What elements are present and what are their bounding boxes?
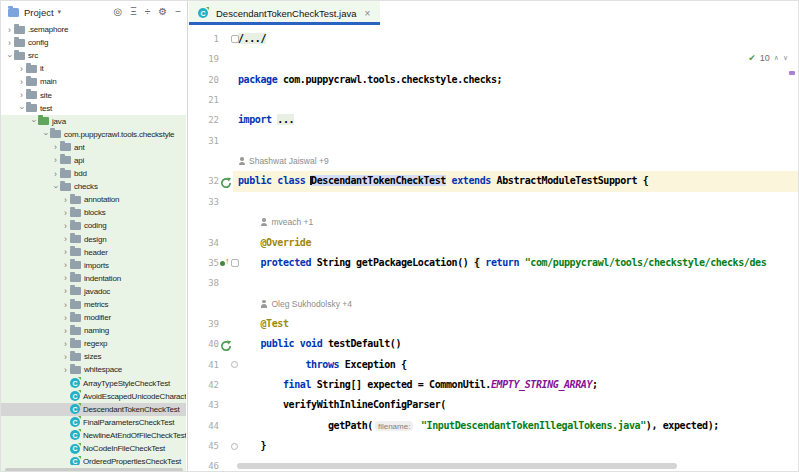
chevron-collapsed-icon[interactable]: › — [61, 195, 70, 205]
code-line-43[interactable]: 43 verifyWithInlineConfigParser( — [189, 395, 798, 415]
code-line-34[interactable]: 34 @Override — [189, 233, 798, 253]
line-number[interactable]: 46 — [189, 456, 219, 471]
code-vision-author-inlay[interactable]: Oleg Sukhodolsky +4 — [260, 294, 352, 314]
chevron-collapsed-icon[interactable]: › — [5, 25, 14, 35]
chevron-collapsed-icon[interactable]: › — [17, 64, 26, 74]
code-line-38[interactable]: 38 — [189, 273, 798, 293]
chevron-down-icon[interactable]: ▾ — [58, 8, 62, 16]
tree-item-coding[interactable]: ›coding — [1, 219, 186, 232]
tree-item-config[interactable]: ›config — [1, 36, 186, 49]
chevron-collapsed-icon[interactable]: › — [61, 208, 70, 218]
tree-item-it[interactable]: ›it — [1, 62, 186, 75]
chevron-collapsed-icon[interactable]: › — [5, 38, 14, 48]
code-line-45[interactable]: 45 } — [189, 436, 798, 456]
tree-item-site[interactable]: ›site — [1, 88, 186, 101]
code-line-40[interactable]: 40 public void testDefault() — [189, 334, 798, 354]
next-problem-icon[interactable]: ∨ — [783, 54, 788, 62]
line-number[interactable]: 45 — [189, 436, 219, 456]
tree-item-blocks[interactable]: ›blocks — [1, 206, 186, 219]
code-line-19[interactable]: 19 — [189, 49, 798, 69]
chevron-expanded-icon[interactable]: › — [41, 130, 51, 139]
chevron-collapsed-icon[interactable]: › — [61, 326, 70, 336]
tree-item-modifier[interactable]: ›modifier — [1, 311, 186, 324]
tree-item-avoidescapedunicodecharactersche[interactable]: ›CAvoidEscapedUnicodeCharactersChe — [1, 390, 186, 403]
chevron-collapsed-icon[interactable]: › — [51, 169, 60, 179]
chevron-collapsed-icon[interactable]: › — [61, 286, 70, 296]
tree-item--semaphore[interactable]: ›.semaphore — [1, 23, 186, 36]
tree-item-checks[interactable]: ›checks — [1, 180, 186, 193]
chevron-expanded-icon[interactable]: › — [29, 117, 39, 126]
hide-icon[interactable]: − — [175, 7, 181, 17]
tree-item-header[interactable]: ›header — [1, 246, 186, 259]
tree-item-ant[interactable]: ›ant — [1, 141, 186, 154]
tree-item-java[interactable]: ›java — [1, 115, 186, 128]
line-number[interactable]: 33 — [189, 192, 219, 212]
project-view-selector[interactable]: Project — [24, 7, 54, 18]
chevron-collapsed-icon[interactable]: › — [61, 352, 70, 362]
fold-marker-icon[interactable] — [231, 443, 238, 450]
code-line-44[interactable]: 44 getPath(filename: "InputDescendantTok… — [189, 416, 798, 436]
line-number[interactable]: 31 — [189, 131, 219, 151]
chevron-collapsed-icon[interactable]: › — [61, 234, 70, 244]
collapse-all-icon[interactable]: ÷ — [145, 7, 151, 17]
chevron-collapsed-icon[interactable]: › — [61, 260, 70, 270]
code-line-20[interactable]: 20package com.puppycrawl.tools.checkstyl… — [189, 70, 798, 90]
fold-marker-icon[interactable] — [231, 361, 238, 368]
expand-all-icon[interactable]: Ξ — [130, 7, 137, 17]
tree-item-descendanttokenchecktest[interactable]: ›CDescendantTokenCheckTest — [1, 403, 186, 416]
tree-item-test[interactable]: ›test — [1, 102, 186, 115]
close-icon[interactable]: × — [364, 8, 370, 19]
code-line-21[interactable]: 21 — [189, 90, 798, 110]
settings-icon[interactable]: ⚙ — [158, 7, 167, 17]
inspections-widget[interactable]: ✔ 10 ∧ ∨ — [748, 53, 788, 63]
editor-tab-descendanttokenchecktest[interactable]: C DescendantTokenCheckTest.java × — [189, 1, 380, 25]
line-number[interactable]: 40 — [189, 334, 219, 354]
chevron-collapsed-icon[interactable]: › — [17, 77, 26, 87]
line-number[interactable]: 43 — [189, 395, 219, 415]
code-line-41[interactable]: 41 throws Exception { — [189, 355, 798, 375]
code-line-32[interactable]: 32public class DescendantTokenCheckTest … — [189, 171, 798, 191]
chevron-collapsed-icon[interactable]: › — [61, 273, 70, 283]
line-number[interactable]: 22 — [189, 110, 219, 130]
line-number[interactable]: 35 — [189, 253, 219, 273]
code-vision-author-inlay[interactable]: Shashwat Jaiswal +9 — [238, 151, 329, 171]
chevron-collapsed-icon[interactable]: › — [61, 300, 70, 310]
code-line-35[interactable]: 35↑ protected String getPackageLocation(… — [189, 253, 798, 273]
tree-item-sizes[interactable]: ›sizes — [1, 350, 186, 363]
line-number[interactable]: 1 — [189, 29, 219, 49]
fold-marker-icon[interactable] — [231, 35, 239, 43]
tree-item-naming[interactable]: ›naming — [1, 324, 186, 337]
tree-item-newlineatendoffilechecktest[interactable]: ›CNewlineAtEndOfFileCheckTest — [1, 429, 186, 442]
chevron-collapsed-icon[interactable]: › — [51, 155, 60, 165]
tree-horizontal-scrollbar[interactable] — [5, 468, 183, 472]
previous-problem-icon[interactable]: ∧ — [774, 54, 779, 62]
chevron-collapsed-icon[interactable]: › — [61, 365, 70, 375]
tree-item-src[interactable]: ›src — [1, 49, 186, 62]
line-number[interactable]: 44 — [189, 416, 219, 436]
tree-item-metrics[interactable]: ›metrics — [1, 298, 186, 311]
code-line-33[interactable]: 33 — [189, 192, 798, 212]
editor-horizontal-scrollbar[interactable] — [237, 463, 677, 469]
tree-item-indentation[interactable]: ›indentation — [1, 272, 186, 285]
line-number[interactable]: 38 — [189, 273, 219, 293]
chevron-collapsed-icon[interactable]: › — [61, 247, 70, 257]
code-editor[interactable]: ✔ 10 ∧ ∨ 1/.../1920package com.puppycraw… — [189, 25, 798, 471]
fold-marker-icon[interactable] — [231, 259, 239, 267]
tree-item-annotation[interactable]: ›annotation — [1, 193, 186, 206]
tree-item-finalparameterschecktest[interactable]: ›CFinalParametersCheckTest — [1, 416, 186, 429]
chevron-expanded-icon[interactable]: › — [51, 182, 61, 191]
line-number[interactable]: 39 — [189, 314, 219, 334]
chevron-expanded-icon[interactable]: › — [17, 104, 27, 113]
tree-item-com-puppycrawl-tools-checkstyle[interactable]: ›com.puppycrawl.tools.checkstyle — [1, 128, 186, 141]
chevron-collapsed-icon[interactable]: › — [17, 90, 26, 100]
line-number[interactable]: 21 — [189, 90, 219, 110]
line-number[interactable]: 42 — [189, 375, 219, 395]
tree-item-api[interactable]: ›api — [1, 154, 186, 167]
tree-item-nocodeinfilechecktest[interactable]: ›CNoCodeInFileCheckTest — [1, 442, 186, 455]
run-test-icon[interactable] — [220, 338, 233, 351]
line-number[interactable]: 34 — [189, 233, 219, 253]
chevron-expanded-icon[interactable]: › — [5, 51, 15, 60]
chevron-collapsed-icon[interactable]: › — [51, 142, 60, 152]
run-test-icon[interactable] — [220, 175, 233, 188]
code-line-31[interactable]: 31 — [189, 131, 798, 151]
